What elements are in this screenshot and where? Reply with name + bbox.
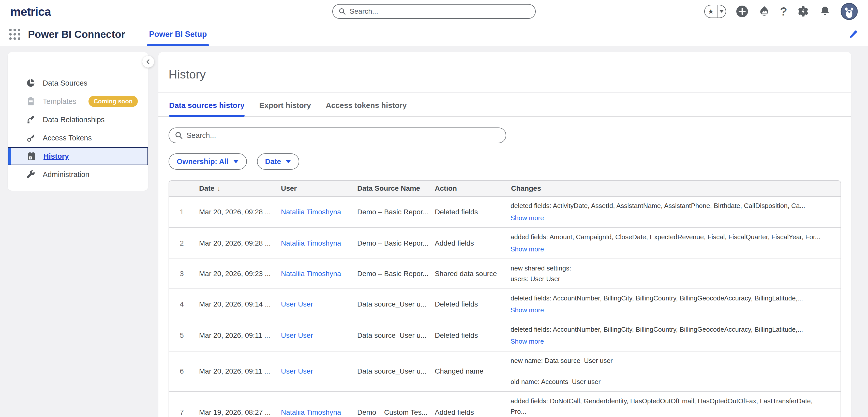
show-more-link[interactable]: Show more	[510, 244, 835, 255]
row-changes: new shared settings: users: User User	[506, 259, 841, 288]
table-row: 2 Mar 20, 2026, 09:28 ... Nataliia Timos…	[169, 227, 841, 258]
row-user-link[interactable]: Nataliia Timoshyna	[276, 239, 353, 247]
row-date: Mar 20, 2026, 09:11 ...	[194, 367, 276, 375]
tab-power-bi-setup[interactable]: Power BI Setup	[147, 23, 209, 46]
row-data-source: Demo – Basic Repor...	[353, 239, 430, 247]
history-search[interactable]	[168, 128, 506, 143]
tab-data-sources-history[interactable]: Data sources history	[169, 101, 245, 116]
avatar-bear-icon	[841, 3, 858, 20]
row-date: Mar 20, 2026, 09:28 ...	[194, 239, 276, 247]
pie-chart-icon	[26, 78, 36, 88]
col-date[interactable]: Date↓	[194, 184, 276, 193]
row-user-link[interactable]: Nataliia Timoshyna	[276, 408, 353, 416]
wrench-icon	[26, 170, 36, 179]
user-avatar[interactable]	[841, 3, 858, 20]
row-user-link[interactable]: User User	[276, 367, 353, 375]
global-search[interactable]	[332, 4, 536, 19]
chevron-left-icon	[145, 59, 151, 65]
chevron-down-icon	[285, 160, 291, 163]
row-user-link[interactable]: Nataliia Timoshyna	[276, 270, 353, 278]
relationships-icon	[26, 115, 36, 125]
row-data-source: Demo – Custom Tes...	[353, 408, 430, 416]
notifications-button[interactable]	[819, 6, 831, 17]
ownership-filter[interactable]: Ownership: All	[168, 153, 247, 170]
metrica-logo: metrica	[10, 5, 51, 19]
plus-circle-icon	[736, 5, 748, 18]
table-row: 4 Mar 20, 2026, 09:14 ... User User Data…	[169, 288, 841, 320]
table-row: 6 Mar 20, 2026, 09:11 ... User User Data…	[169, 351, 841, 391]
row-action: Added fields	[430, 239, 506, 247]
table-body: 1 Mar 20, 2026, 09:28 ... Nataliia Timos…	[169, 197, 841, 417]
row-data-source: Demo – Basic Repor...	[353, 270, 430, 278]
row-changes: deleted fields: AccountNumber, BillingCi…	[506, 320, 841, 351]
row-user-link[interactable]: User User	[276, 300, 353, 308]
table-row: 1 Mar 20, 2026, 09:28 ... Nataliia Timos…	[169, 197, 841, 227]
row-action: Deleted fields	[430, 300, 506, 308]
coming-soon-badge: Coming soon	[89, 96, 137, 107]
sidebar-item-data-relationships[interactable]: Data Relationships	[8, 110, 148, 129]
sidebar-item-access-tokens[interactable]: Access Tokens	[8, 129, 148, 147]
row-action: Deleted fields	[430, 332, 506, 340]
table-header: Date↓ User Data Source Name Action Chang…	[169, 181, 841, 197]
mountain-icon	[758, 5, 770, 18]
gear-bolt-icon	[797, 5, 809, 18]
row-changes: added fields: DoNotCall, GenderIdentity,…	[506, 392, 841, 417]
table-row: 5 Mar 20, 2026, 09:11 ... User User Data…	[169, 320, 841, 351]
row-data-source: Demo – Basic Repor...	[353, 208, 430, 216]
favorites-split-button[interactable]: ★	[704, 5, 726, 18]
row-changes: deleted fields: AccountNumber, BillingCi…	[506, 289, 841, 320]
table-row: 7 Mar 19, 2026, 08:27 ... Nataliia Timos…	[169, 391, 841, 417]
show-more-link[interactable]: Show more	[510, 213, 835, 223]
search-icon	[338, 7, 346, 15]
row-number: 2	[169, 239, 194, 247]
date-filter[interactable]: Date	[257, 153, 300, 170]
col-action: Action	[430, 184, 506, 193]
row-user-link[interactable]: Nataliia Timoshyna	[276, 208, 353, 216]
row-action: Deleted fields	[430, 208, 506, 216]
col-data-source-name: Data Source Name	[353, 184, 430, 193]
star-icon[interactable]: ★	[705, 5, 717, 18]
row-date: Mar 20, 2026, 09:23 ...	[194, 270, 276, 278]
row-number: 7	[169, 408, 194, 416]
row-date: Mar 20, 2026, 09:28 ...	[194, 208, 276, 216]
tab-export-history[interactable]: Export history	[259, 101, 311, 116]
row-number: 1	[169, 208, 194, 216]
add-button[interactable]	[736, 5, 748, 18]
sidebar-item-data-sources[interactable]: Data Sources	[8, 74, 148, 92]
chevron-down-icon	[233, 160, 239, 163]
clipboard-icon	[26, 97, 36, 106]
sidebar-collapse-button[interactable]	[143, 56, 154, 68]
trails-button[interactable]	[758, 5, 770, 18]
history-search-input[interactable]	[187, 131, 500, 140]
global-search-input[interactable]	[349, 7, 530, 15]
svg-text:7: 7	[30, 157, 31, 160]
sidebar-item-administration[interactable]: Administration	[8, 165, 148, 184]
sidebar-item-templates[interactable]: Templates Coming soon	[8, 92, 148, 110]
calendar-icon: 7	[27, 151, 36, 161]
help-button[interactable]: ?	[780, 6, 787, 17]
row-date: Mar 20, 2026, 09:11 ...	[194, 332, 276, 340]
settings-button[interactable]	[797, 5, 809, 18]
row-number: 4	[169, 300, 194, 308]
sidebar: Data Sources Templates Coming soon Data …	[8, 52, 148, 191]
row-data-source: Data source_User u...	[353, 300, 430, 308]
app-launcher-icon[interactable]	[9, 29, 20, 40]
col-changes: Changes	[506, 184, 841, 193]
row-number: 6	[169, 367, 194, 375]
app-header: Power BI Connector Power BI Setup	[0, 23, 868, 46]
sidebar-item-history[interactable]: 7 History	[8, 147, 148, 165]
row-user-link[interactable]: User User	[276, 332, 353, 340]
history-panel: History Data sources history Export hist…	[158, 52, 851, 417]
col-user: User	[276, 184, 353, 193]
tab-access-tokens-history[interactable]: Access tokens history	[326, 101, 407, 116]
row-changes: new name: Data source_User user old name…	[506, 351, 841, 391]
favorites-caret[interactable]	[717, 5, 725, 18]
row-date: Mar 19, 2026, 08:27 ...	[194, 408, 276, 416]
history-tabs: Data sources history Export history Acce…	[158, 93, 851, 117]
app-title: Power BI Connector	[28, 29, 125, 40]
show-more-link[interactable]: Show more	[510, 336, 835, 347]
show-more-link[interactable]: Show more	[510, 305, 835, 316]
table-row: 3 Mar 20, 2026, 09:23 ... Nataliia Timos…	[169, 258, 841, 288]
sort-desc-icon: ↓	[217, 184, 221, 192]
edit-button[interactable]	[848, 29, 859, 40]
